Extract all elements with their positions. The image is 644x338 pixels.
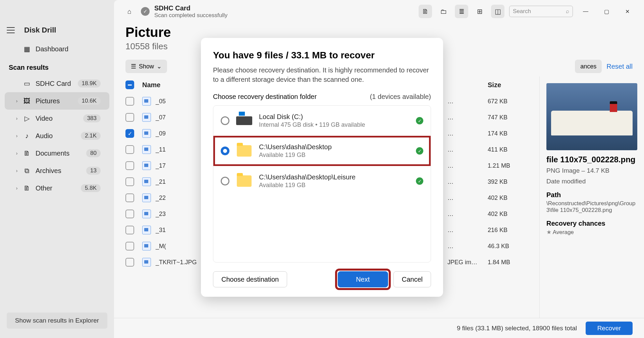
check-icon: ✓ <box>416 177 423 185</box>
destination-option[interactable]: C:\Users\dasha\DesktopAvailable 119 GB ✓ <box>213 136 431 166</box>
destination-sub: Available 119 GB <box>259 152 409 159</box>
next-button[interactable]: Next <box>338 271 388 287</box>
destination-list: Local Disk (C:)Internal 475 GB disk • 11… <box>213 105 431 263</box>
devices-available: (1 devices available) <box>370 93 431 101</box>
disk-icon <box>236 116 252 125</box>
choose-destination-button[interactable]: Choose destination <box>213 271 287 287</box>
modal-title: You have 9 files / 33.1 MB to recover <box>213 50 431 61</box>
destination-option[interactable]: Local Disk (C:)Internal 475 GB disk • 11… <box>213 106 431 136</box>
destination-radio[interactable] <box>221 116 229 125</box>
destination-radio[interactable] <box>221 177 229 185</box>
destination-sub: Available 119 GB <box>259 182 409 189</box>
folder-icon <box>237 175 252 187</box>
destination-option[interactable]: C:\Users\dasha\Desktop\LeisureAvailable … <box>213 166 431 196</box>
check-icon: ✓ <box>416 147 423 155</box>
destination-radio[interactable] <box>221 147 229 155</box>
folder-icon <box>237 145 252 157</box>
destination-name: Local Disk (C:) <box>259 113 409 121</box>
recovery-modal: You have 9 files / 33.1 MB to recover Pl… <box>201 38 443 297</box>
check-icon: ✓ <box>416 117 423 124</box>
destination-sub: Internal 475 GB disk • 119 GB available <box>259 121 409 128</box>
destination-name: C:\Users\dasha\Desktop <box>259 143 409 151</box>
destination-name: C:\Users\dasha\Desktop\Leisure <box>259 173 409 181</box>
cancel-button[interactable]: Cancel <box>393 271 431 287</box>
choose-dest-label: Choose recovery destination folder <box>213 93 317 101</box>
modal-description: Please choose recovery destination. It i… <box>213 65 431 84</box>
